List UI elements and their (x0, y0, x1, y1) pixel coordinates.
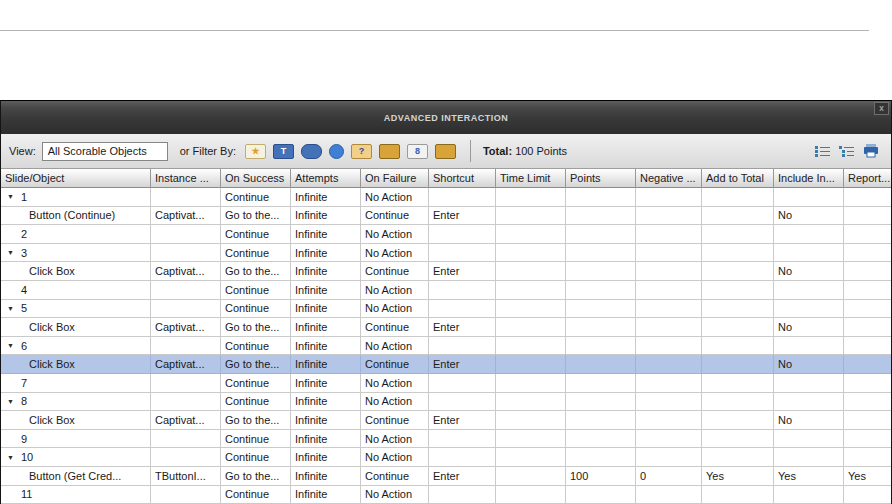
cell-time-limit (496, 430, 566, 449)
cell-attempts: Infinite (291, 207, 361, 226)
expand-all-icon[interactable] (839, 145, 854, 158)
column-header-report-answers[interactable]: Report... (844, 169, 891, 188)
cell-include-in-quiz: No (774, 411, 844, 430)
cell-slide-object: ▼6 (1, 337, 151, 356)
cell-points (566, 393, 636, 412)
expand-triangle-icon[interactable]: ▼ (5, 342, 21, 349)
cell-on-success: Go to the... (221, 411, 291, 430)
dialog-titlebar[interactable]: ADVANCED INTERACTION x (1, 101, 891, 134)
column-header-instance-name[interactable]: Instance ... (151, 169, 221, 188)
cell-on-failure: Continue (361, 262, 429, 281)
cell-report-answers (844, 393, 891, 412)
table-row[interactable]: 4ContinueInfiniteNo Action (1, 281, 891, 300)
cell-time-limit (496, 188, 566, 207)
table-row[interactable]: 11ContinueInfiniteNo Action (1, 486, 891, 504)
column-header-points[interactable]: Points (566, 169, 636, 188)
table-row[interactable]: ▼3ContinueInfiniteNo Action (1, 244, 891, 263)
table-row[interactable]: ▼8ContinueInfiniteNo Action (1, 393, 891, 412)
cell-include-in-quiz (774, 188, 844, 207)
cell-shortcut (429, 486, 496, 504)
table-row[interactable]: ▼1ContinueInfiniteNo Action (1, 188, 891, 207)
link-filter-icon[interactable]: 8 (407, 144, 428, 159)
cell-points: 100 (566, 467, 636, 486)
cell-add-to-total (702, 486, 774, 504)
table-row[interactable]: 9ContinueInfiniteNo Action (1, 430, 891, 449)
cell-slide-object: Click Box (1, 411, 151, 430)
table-row[interactable]: ▼10ContinueInfiniteNo Action (1, 448, 891, 467)
cell-shortcut (429, 430, 496, 449)
cell-shortcut: Enter (429, 467, 496, 486)
cell-on-success: Continue (221, 374, 291, 393)
widget-filter-icon[interactable] (329, 144, 344, 159)
cell-instance-name: TButtonI... (151, 467, 221, 486)
slide-label: 7 (21, 377, 27, 389)
cell-negative-points (636, 337, 702, 356)
cell-time-limit (496, 448, 566, 467)
column-header-negative-points[interactable]: Negative ... (636, 169, 702, 188)
cell-points (566, 411, 636, 430)
cell-slide-object: 11 (1, 486, 151, 504)
cell-slide-object: ▼1 (1, 188, 151, 207)
table-row[interactable]: Click BoxCaptivat...Go to the...Infinite… (1, 411, 891, 430)
cell-slide-object: 2 (1, 225, 151, 244)
column-header-shortcut[interactable]: Shortcut (429, 169, 496, 188)
cell-time-limit (496, 244, 566, 263)
cell-on-failure: No Action (361, 337, 429, 356)
table-row[interactable]: ▼5ContinueInfiniteNo Action (1, 300, 891, 319)
cell-on-success: Continue (221, 448, 291, 467)
cell-add-to-total (702, 393, 774, 412)
total-label: Total: (483, 145, 512, 157)
cell-points (566, 318, 636, 337)
cell-shortcut (429, 448, 496, 467)
cell-slide-object: ▼5 (1, 300, 151, 319)
cell-negative-points (636, 448, 702, 467)
column-header-include-in-quiz[interactable]: Include In... (774, 169, 844, 188)
expand-triangle-icon[interactable]: ▼ (5, 454, 21, 461)
view-select[interactable]: All Scorable Objects (42, 142, 168, 161)
slide-label: 3 (21, 247, 27, 259)
table-row[interactable]: 7ContinueInfiniteNo Action (1, 374, 891, 393)
cell-on-failure: No Action (361, 486, 429, 504)
cell-time-limit (496, 337, 566, 356)
text-entry-box-filter-icon[interactable]: T (273, 144, 294, 159)
scored-object-filter-icon[interactable] (379, 144, 400, 159)
cell-time-limit (496, 374, 566, 393)
cell-time-limit (496, 393, 566, 412)
expand-triangle-icon[interactable]: ▼ (5, 249, 21, 256)
view-select-value: All Scorable Objects (48, 145, 147, 157)
collapse-all-icon[interactable] (815, 145, 830, 158)
table-row[interactable]: Click BoxCaptivat...Go to the...Infinite… (1, 262, 891, 281)
cell-points (566, 448, 636, 467)
cell-report-answers (844, 262, 891, 281)
column-header-time-limit[interactable]: Time Limit (496, 169, 566, 188)
cell-report-answers (844, 486, 891, 504)
table-row[interactable]: Click BoxCaptivat...Go to the...Infinite… (1, 355, 891, 374)
grid-body: ▼1ContinueInfiniteNo ActionButton (Conti… (1, 188, 891, 504)
column-header-on-success[interactable]: On Success (221, 169, 291, 188)
click-box-filter-icon[interactable]: ★ (245, 144, 266, 159)
expand-triangle-icon[interactable]: ▼ (5, 305, 21, 312)
table-row[interactable]: 2ContinueInfiniteNo Action (1, 225, 891, 244)
expand-triangle-icon[interactable]: ▼ (5, 193, 21, 200)
print-icon[interactable] (863, 144, 879, 158)
column-header-attempts[interactable]: Attempts (291, 169, 361, 188)
slide-label: 8 (21, 395, 27, 407)
table-row[interactable]: Click BoxCaptivat...Go to the...Infinite… (1, 318, 891, 337)
column-header-add-to-total[interactable]: Add to Total (702, 169, 774, 188)
cell-points (566, 430, 636, 449)
cell-attempts: Infinite (291, 300, 361, 319)
cell-attempts: Infinite (291, 448, 361, 467)
cell-include-in-quiz: No (774, 262, 844, 281)
question-filter-icon[interactable]: ? (351, 144, 372, 159)
button-filter-icon[interactable] (301, 144, 322, 159)
cell-add-to-total (702, 411, 774, 430)
table-row[interactable]: Button (Get Cred...TButtonI...Go to the.… (1, 467, 891, 486)
expand-triangle-icon[interactable]: ▼ (5, 398, 21, 405)
cell-shortcut (429, 281, 496, 300)
table-row[interactable]: Button (Continue)Captivat...Go to the...… (1, 207, 891, 226)
other-scorable-filter-icon[interactable] (435, 144, 456, 159)
table-row[interactable]: ▼6ContinueInfiniteNo Action (1, 337, 891, 356)
column-header-on-failure[interactable]: On Failure (361, 169, 429, 188)
close-button[interactable]: x (874, 102, 889, 115)
column-header-slide-object[interactable]: Slide/Object (1, 169, 151, 188)
